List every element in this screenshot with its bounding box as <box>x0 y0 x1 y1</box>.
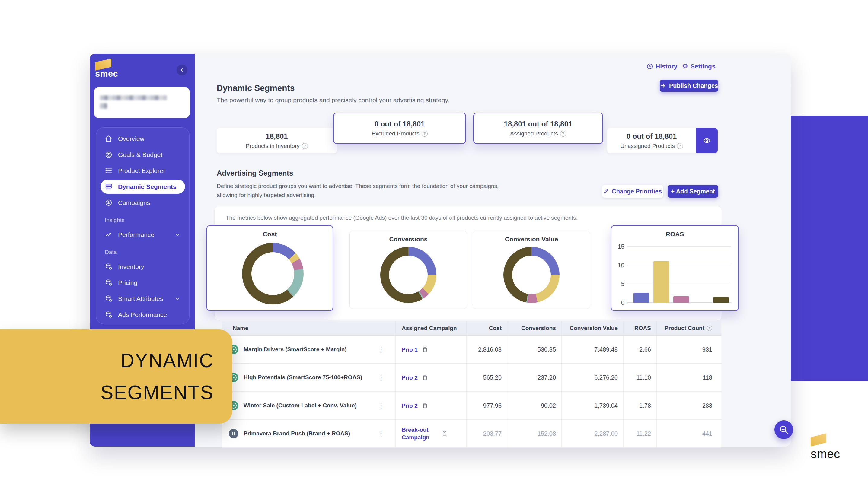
sidebar-item-pricing[interactable]: Pricing <box>100 274 185 291</box>
account-selector[interactable] <box>94 87 190 118</box>
chart-title: Conversion Value <box>473 236 590 243</box>
help-icon[interactable]: ? <box>677 143 683 149</box>
sidebar-collapse-button[interactable] <box>177 65 187 75</box>
sidebar-item-overview[interactable]: Overview <box>100 131 185 147</box>
y-axis-tick-label: 5 <box>613 280 624 288</box>
product-count-cell: 283 <box>656 392 721 419</box>
copy-campaign-icon[interactable] <box>422 346 428 353</box>
chart-title: ROAS <box>612 230 738 238</box>
gridline <box>627 265 731 265</box>
sidebar-item-product-explorer[interactable]: Product Explorer <box>100 163 185 178</box>
sidebar-item-label: Performance <box>118 231 154 238</box>
campaign-link[interactable]: Break-out Campaign <box>402 426 437 441</box>
help-icon[interactable]: ? <box>302 143 308 149</box>
segment-name: Margin Drivers (SmartScore + Margin) <box>244 346 347 353</box>
table-header: Name Assigned Campaign Cost Conversions … <box>222 321 721 335</box>
copy-campaign-icon[interactable] <box>422 374 428 381</box>
publish-changes-button[interactable]: Publish Changes <box>660 80 718 92</box>
table-row: Primavera Brand Push (Brand + ROAS)⋮Brea… <box>222 420 721 448</box>
sidebar-item-label: Dynamic Segments <box>118 183 177 190</box>
column-header-product-count: Product Count? <box>656 321 721 335</box>
chart-title: Cost <box>207 230 333 238</box>
sidebar-item-campaigns[interactable]: Campaigns <box>100 195 185 210</box>
sidebar-section-data: Data <box>96 242 189 259</box>
stat-card-assigned-products[interactable]: 18,801 out of 18,801 Assigned Products? <box>473 112 603 144</box>
chart-card-conversions[interactable]: Conversions <box>349 230 467 309</box>
chart-card-roas[interactable]: ROAS 051015 <box>611 225 739 311</box>
conversions-donut-chart <box>380 247 436 303</box>
settings-button[interactable]: ⚙ Settings <box>682 63 716 70</box>
conversion-value-cell: 2,287.00 <box>561 420 623 448</box>
help-icon[interactable]: ? <box>560 131 566 137</box>
roas-cell: 11.10 <box>623 364 656 391</box>
segment-name-cell: Margin Drivers (SmartScore + Margin)⋮ <box>222 335 395 363</box>
column-header-conversions: Conversions <box>507 321 561 335</box>
campaign-link[interactable]: Prio 1 <box>402 346 418 353</box>
help-icon[interactable]: ? <box>422 131 428 137</box>
segment-name: Primavera Brand Push (Brand + ROAS) <box>244 430 350 437</box>
roas-bar-brown <box>713 297 729 303</box>
chevron-down-icon <box>175 232 180 237</box>
row-menu-button[interactable]: ⋮ <box>377 429 385 438</box>
banner-title-line1: DYNAMIC <box>120 345 214 377</box>
sidebar-item-goals-budget[interactable]: Goals & Budget <box>100 147 185 163</box>
assigned-campaign-cell: Prio 1 <box>395 335 466 363</box>
row-menu-button[interactable]: ⋮ <box>377 373 385 382</box>
database-gear-icon <box>105 311 114 319</box>
conversions-cell: 237.20 <box>507 364 561 391</box>
conversions-cell: 152.08 <box>507 420 561 448</box>
copy-campaign-icon[interactable] <box>422 402 428 409</box>
conversion-value-cell: 6,276.20 <box>561 364 623 391</box>
sidebar-item-dynamic-segments[interactable]: Dynamic Segments <box>100 180 185 194</box>
segment-name: High Potentials (SmartScore 75-100+ROAS) <box>244 374 362 381</box>
chevron-left-icon <box>180 68 184 72</box>
title-banner: DYNAMIC SEGMENTS <box>0 329 232 424</box>
sidebar-item-label: Inventory <box>118 263 144 270</box>
campaign-link[interactable]: Prio 2 <box>402 402 418 410</box>
conversion-value-cell: 1,739.04 <box>561 392 623 419</box>
change-priorities-button[interactable]: Change Priorities <box>602 185 663 198</box>
segment-name-cell: Primavera Brand Push (Brand + ROAS)⋮ <box>222 420 395 448</box>
assigned-campaign-cell: Prio 2 <box>395 364 466 391</box>
trend-line-icon <box>105 231 114 239</box>
sidebar-item-label: Ads Performance <box>118 311 167 318</box>
chart-card-cost[interactable]: Cost <box>207 225 333 311</box>
section-title-advertising-segments: Advertising Segments <box>217 169 293 177</box>
stat-card-products-in-inventory: 18,801 Products in Inventory? <box>217 128 337 153</box>
chart-card-conversion-value[interactable]: Conversion Value <box>473 230 590 309</box>
segment-name-cell: High Potentials (SmartScore 75-100+ROAS)… <box>222 364 395 391</box>
view-unassigned-button[interactable] <box>696 128 718 153</box>
conversions-cell: 90.02 <box>507 392 561 419</box>
roas-bar-yellow <box>653 261 669 303</box>
sidebar-item-ads-performance[interactable]: Ads Performance <box>100 306 185 323</box>
product-count-cell: 441 <box>656 420 721 448</box>
conversion-value-cell: 7,489.48 <box>561 335 623 363</box>
stat-value: 18,801 <box>266 132 288 140</box>
chart-title: Conversions <box>350 236 467 243</box>
sidebar-item-smart-attributes[interactable]: Smart Attributes <box>100 291 185 306</box>
cost-cell: 203.77 <box>466 420 507 448</box>
row-menu-button[interactable]: ⋮ <box>377 401 385 410</box>
cost-cell: 977.96 <box>466 392 507 419</box>
sidebar-item-performance[interactable]: Performance <box>100 227 185 242</box>
copy-campaign-icon[interactable] <box>441 430 447 437</box>
sidebar-item-inventory[interactable]: Inventory <box>100 259 185 274</box>
slide-canvas: { "banner": { "line1": "DYNAMIC", "line2… <box>0 0 868 487</box>
roas-bar-pink <box>673 296 689 303</box>
stat-value: 18,801 out of 18,801 <box>504 120 572 128</box>
campaign-link[interactable]: Prio 2 <box>402 374 418 381</box>
row-menu-button[interactable]: ⋮ <box>377 345 385 354</box>
pause-circle-icon <box>228 428 239 439</box>
history-button[interactable]: History <box>647 63 677 70</box>
publish-changes-label: Publish Changes <box>669 83 718 89</box>
y-axis-tick-label: 10 <box>613 262 624 269</box>
column-header-cost: Cost <box>466 321 507 335</box>
stat-card-excluded-products[interactable]: 0 out of 18,801 Excluded Products? <box>333 112 466 144</box>
product-count-cell: 931 <box>656 335 721 363</box>
send-icon <box>660 83 666 89</box>
add-segment-button[interactable]: + Add Segment <box>668 185 718 198</box>
magnifier-smile-logo <box>774 420 793 439</box>
section-description: Define strategic product groups you want… <box>217 182 503 200</box>
help-icon[interactable]: ? <box>707 326 712 331</box>
gear-icon: ⚙ <box>682 63 688 70</box>
